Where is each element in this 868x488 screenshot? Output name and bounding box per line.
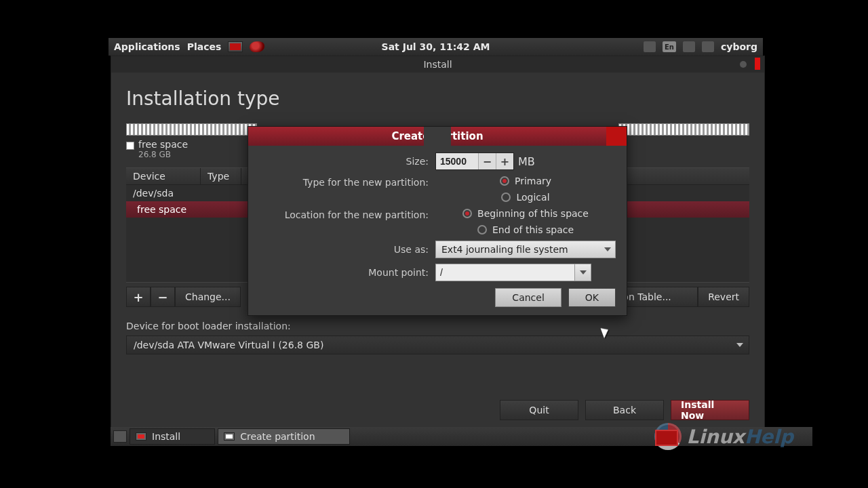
cell-device: /dev/sda [126,185,180,201]
cell-device: free space [126,201,193,218]
mount-point-input[interactable] [435,264,575,281]
size-stepper[interactable]: − + [435,152,514,170]
use-as-select[interactable]: Ext4 journaling file system [435,241,616,258]
top-panel: Applications Places Sat Jul 30, 11:42 AM… [108,38,763,56]
boot-loader-value: /dev/sda ATA VMware Virtual I (26.8 GB) [134,340,323,350]
ok-button[interactable]: OK [568,288,616,307]
partition-type-label: Type for the new partition: [259,176,429,188]
keyboard-layout-icon[interactable]: En [663,41,676,52]
network-icon[interactable] [683,41,695,52]
col-type[interactable]: Type [201,168,241,184]
window-title: Install [423,59,452,70]
radio-icon [500,176,509,186]
size-label: Size: [259,156,429,167]
size-decrement-button[interactable]: − [478,153,496,169]
chevron-down-icon [736,343,743,347]
taskbar-item-create-partition[interactable]: Create partition [218,428,349,445]
boot-loader-label: Device for boot loader installation: [126,321,749,331]
revert-button[interactable]: Revert [698,287,749,307]
radio-end[interactable]: End of this space [477,224,574,235]
partition-location-label: Location for the new partition: [259,208,429,220]
places-menu[interactable]: Places [187,41,222,52]
radio-primary[interactable]: Primary [500,176,551,186]
dialog-title: Create partition [391,130,483,142]
wizard-buttons: Quit Back Install Now [500,400,749,420]
legend-size: 26.8 GB [138,150,188,159]
dialog-titlebar[interactable]: Create partition [248,127,627,146]
create-partition-dialog: Create partition Size: − + MB Type for t… [248,126,627,316]
applications-menu[interactable]: Applications [114,41,180,52]
legend-swatch-icon [126,142,134,150]
use-as-label: Use as: [259,244,429,255]
size-increment-button[interactable]: + [496,153,513,169]
radio-icon [501,192,511,202]
mount-point-dropdown-button[interactable] [575,264,591,281]
window-icon [224,432,235,441]
quit-button[interactable]: Quit [500,400,578,420]
mount-point-label: Mount point: [259,267,429,278]
radio-icon [477,225,487,235]
minimize-icon[interactable] [740,61,747,68]
page-title: Installation type [126,87,749,110]
terminal-launcher-icon[interactable] [228,41,243,52]
legend-label: free space [138,140,188,150]
use-as-value: Ext4 journaling file system [441,244,568,255]
new-partition-table-button[interactable]: New Partition Table... [626,287,698,307]
taskbar-item-install[interactable]: Install [130,428,215,445]
remove-partition-button[interactable]: − [151,287,175,307]
monitor-icon [655,430,678,446]
size-unit: MB [518,155,535,168]
window-titlebar[interactable]: Install [111,56,764,73]
add-partition-button[interactable]: + [126,287,151,307]
size-input[interactable] [436,156,478,167]
update-icon[interactable] [644,41,656,52]
radio-beginning[interactable]: Beginning of this space [462,208,589,219]
radio-icon [462,209,472,218]
show-desktop-button[interactable] [113,430,127,443]
clock[interactable]: Sat Jul 30, 11:42 AM [382,41,490,52]
col-device[interactable]: Device [126,168,201,184]
close-icon[interactable] [755,58,760,70]
radio-logical[interactable]: Logical [501,192,549,203]
app-launcher-icon[interactable] [250,41,264,52]
user-menu[interactable]: cyborg [721,41,757,52]
change-partition-button[interactable]: Change... [175,287,241,307]
install-now-button[interactable]: Install Now [671,400,749,420]
chat-icon[interactable] [702,41,714,52]
back-button[interactable]: Back [585,400,664,420]
boot-loader-select[interactable]: /dev/sda ATA VMware Virtual I (26.8 GB) [126,336,749,354]
chevron-down-icon [604,247,611,251]
cancel-button[interactable]: Cancel [495,288,561,307]
window-icon [136,432,146,441]
